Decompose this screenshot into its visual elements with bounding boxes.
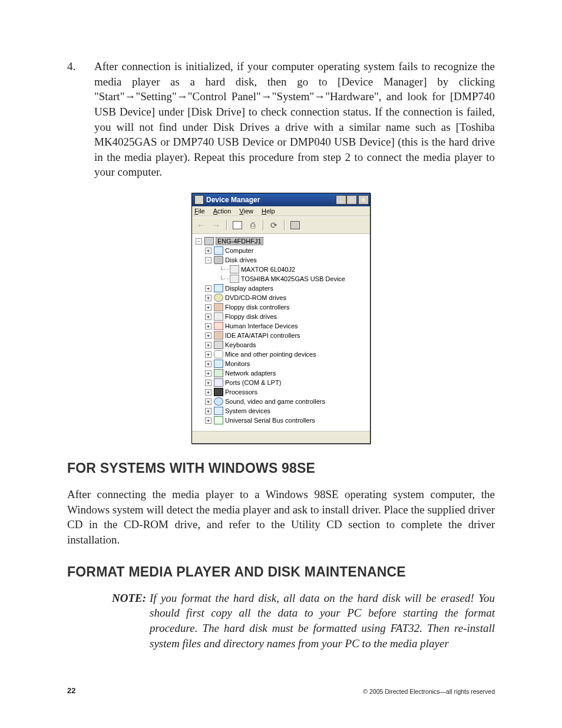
heading-format: FORMAT MEDIA PLAYER AND DISK MAINTENANCE [67,564,495,580]
tree-item-label: Human Interface Devices [225,322,298,330]
expand-icon[interactable]: + [205,380,211,386]
tree-item-label: DVD/CD-ROM drives [225,294,286,301]
expand-icon[interactable]: + [205,285,211,292]
refresh-button[interactable]: ⟳ [267,219,280,231]
expand-icon[interactable]: + [205,295,211,301]
expand-icon[interactable]: + [205,398,211,405]
menu-view[interactable]: View [239,207,253,215]
arrow-icon: → [177,90,188,103]
page-number: 22 [67,686,75,695]
tree-item[interactable]: +Floppy disk drives [193,312,369,321]
toolbar: ← → ⎙ ⟳ [192,216,370,234]
expand-icon[interactable]: + [205,408,211,414]
expand-icon[interactable]: + [205,342,211,348]
heading-windows-98se: FOR SYSTEMS WITH WINDOWS 98SE [67,460,495,476]
tree-item[interactable]: +Ports (COM & LPT) [193,378,369,387]
arrow-icon: → [314,90,325,103]
step-number: 4. [67,59,94,180]
tree-item[interactable]: +Computer [193,246,369,255]
maximize-button[interactable]: □ [346,195,357,205]
expand-icon[interactable]: + [205,361,211,367]
note-body: If you format the hard disk, all data on… [150,591,495,651]
app-icon [194,195,204,205]
tree-item[interactable]: +Human Interface Devices [193,321,369,331]
monitor-icon [214,246,223,255]
expand-icon[interactable]: + [205,389,211,396]
collapse-icon[interactable]: - [205,257,211,263]
sound-icon [214,397,223,406]
tree-item[interactable]: +Network adapters [193,368,369,378]
expand-icon[interactable]: + [205,314,211,320]
tree-item-label: Processors [225,388,257,396]
tree-item[interactable]: +IDE ATA/ATAPI controllers [193,331,369,340]
tree-item[interactable]: +DVD/CD-ROM drives [193,293,369,302]
tree-item[interactable]: -Disk drives [193,255,369,265]
tree-item[interactable]: +Universal Serial Bus controllers [193,416,369,425]
tree-guide: └·· [219,266,229,274]
disk-icon [214,256,223,264]
back-button[interactable]: ← [194,219,207,231]
expand-icon[interactable]: + [205,351,211,358]
computer-icon [204,237,214,245]
close-button[interactable]: × [358,195,369,205]
tree-item[interactable]: +Display adapters [193,284,369,293]
expand-icon[interactable]: + [205,323,211,330]
tree-item-label: Disk drives [225,256,257,263]
monitor-icon [214,360,223,368]
system-buttons: _ □ × [336,195,369,205]
tree-item[interactable]: └··TOSHIBA MK4025GAS USB Device [193,274,369,284]
device-manager-window: Device Manager _ □ × File Action View He… [191,193,371,444]
menu-help[interactable]: Help [262,207,275,215]
cd-icon [214,294,223,302]
step-body: After connection is initialized, if your… [94,59,495,180]
print-button[interactable]: ⎙ [246,219,259,231]
expand-icon[interactable]: + [205,332,211,339]
hid-icon [214,322,223,330]
expand-icon[interactable]: + [205,417,211,424]
step-text-4: "System" [272,90,314,103]
toolbar-separator [284,220,285,230]
page: 4. After connection is initialized, if y… [0,0,562,686]
expand-icon[interactable]: + [205,304,211,311]
tree-item-label: IDE ATA/ATAPI controllers [225,332,300,339]
forward-button[interactable]: → [210,219,223,231]
collapse-icon[interactable]: - [196,238,202,245]
chip-icon [214,303,223,311]
mouse-icon [214,350,223,358]
kbd-icon [214,341,223,349]
minimize-button[interactable]: _ [336,195,346,205]
tree-item[interactable]: +Sound, video and game controllers [193,397,369,406]
drive-icon [214,312,223,321]
tree-item-label: Computer [225,247,253,254]
tree-item-label: Display adapters [225,285,273,292]
titlebar: Device Manager _ □ × [192,193,370,206]
menu-action[interactable]: Action [213,207,232,215]
tree-item-label: Sound, video and game controllers [225,398,325,405]
tree-item-label: TOSHIBA MK4025GAS USB Device [241,275,345,282]
toolbar-separator [263,220,264,230]
tree-item[interactable]: +Keyboards [193,340,369,350]
tree-guide: └·· [219,275,229,283]
tree-item[interactable]: +System devices [193,406,369,416]
properties-button[interactable] [231,219,244,231]
scan-button[interactable] [289,219,302,231]
expand-icon[interactable]: + [205,248,211,254]
tree-item[interactable]: +Floppy disk controllers [193,302,369,312]
menu-file[interactable]: File [194,207,205,215]
tree-item[interactable]: └··MAXTOR 6L040J2 [193,265,369,274]
step-text-2: "Setting" [135,90,176,103]
expand-icon[interactable]: + [205,370,211,377]
copyright: © 2005 Directed Electronics—all rights r… [363,688,495,695]
tree-item-label: Floppy disk drives [225,313,277,320]
monitor-icon [214,284,223,292]
tree-item[interactable]: +Processors [193,387,369,397]
tree-item-label: Floppy disk controllers [225,304,289,311]
tree-item-label: Monitors [225,360,250,367]
tree-root[interactable]: - ENG-4FDHFJ1 [193,236,369,246]
tree-item[interactable]: +Mice and other pointing devices [193,350,369,359]
note-label: NOTE: [112,591,150,651]
status-bar [192,431,370,443]
note-block: NOTE: If you format the hard disk, all d… [112,591,495,651]
tree-item[interactable]: +Monitors [193,359,369,368]
tree-item-label: Mice and other pointing devices [225,351,316,358]
